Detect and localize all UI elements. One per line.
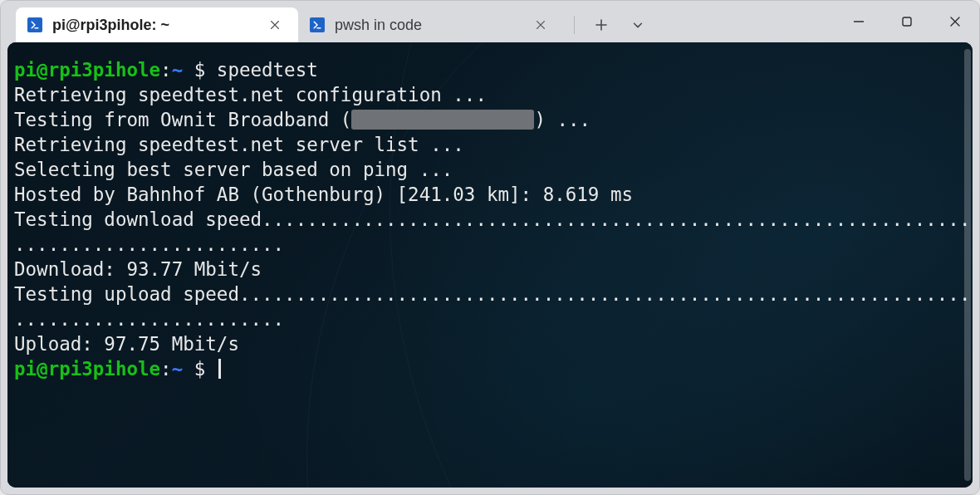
command-text: speedtest [217,59,318,81]
output-line: ........................ [14,308,284,330]
output-line: Testing upload speed....................… [14,283,973,305]
prompt-user-host: pi@rpi3pihole [14,59,160,81]
close-window-button[interactable] [931,1,979,42]
new-tab-button[interactable] [585,8,618,42]
cursor [218,359,221,379]
tab-close-button[interactable] [263,13,287,37]
terminal-window: pi@rpi3pihole: ~ pwsh in code [0,0,980,495]
powershell-icon [27,17,42,32]
window-controls [835,1,979,42]
minimize-button[interactable] [835,1,883,42]
prompt-dollar: $ [194,358,206,380]
prompt-sep: : [160,358,172,380]
prompt-sep: : [160,59,172,81]
output-line: ) ... [534,109,590,130]
tab-active[interactable]: pi@rpi3pihole: ~ [16,7,298,42]
redacted-ip [351,110,534,130]
output-line: ........................ [14,233,284,255]
output-line: Testing from Ownit Broadband ( [14,109,351,130]
output-line: Hosted by Bahnhof AB (Gothenburg) [241.0… [14,184,633,205]
tab-label: pwsh in code [335,17,519,34]
scrollbar[interactable] [964,49,971,481]
tab-actions [564,7,654,42]
prompt-cwd: ~ [172,358,184,380]
output-line: Testing download speed..................… [14,208,973,230]
output-line: Retrieving speedtest.net server list ... [14,134,464,155]
output-line: Retrieving speedtest.net configuration .… [14,84,487,105]
terminal-content[interactable]: pi@rpi3pihole:~ $ speedtest Retrieving s… [7,42,973,488]
svg-rect-0 [903,17,911,26]
scrollbar-thumb[interactable] [964,49,971,481]
tab-close-button[interactable] [529,13,552,37]
tab-inactive[interactable]: pwsh in code [298,7,564,42]
output-line: Download: 93.77 Mbit/s [14,258,262,280]
prompt-dollar: $ [194,59,206,81]
prompt-cwd: ~ [172,59,184,81]
output-line: Selecting best server based on ping ... [14,159,453,180]
terminal-viewport[interactable]: pi@rpi3pihole:~ $ speedtest Retrieving s… [7,42,973,488]
tab-dropdown-button[interactable] [621,8,654,42]
maximize-button[interactable] [883,1,931,42]
powershell-icon [310,17,325,32]
prompt-user-host: pi@rpi3pihole [14,358,160,380]
title-bar: pi@rpi3pihole: ~ pwsh in code [1,1,979,42]
tab-label: pi@rpi3pihole: ~ [52,17,253,34]
output-line: Upload: 97.75 Mbit/s [14,333,239,355]
separator [574,16,575,34]
